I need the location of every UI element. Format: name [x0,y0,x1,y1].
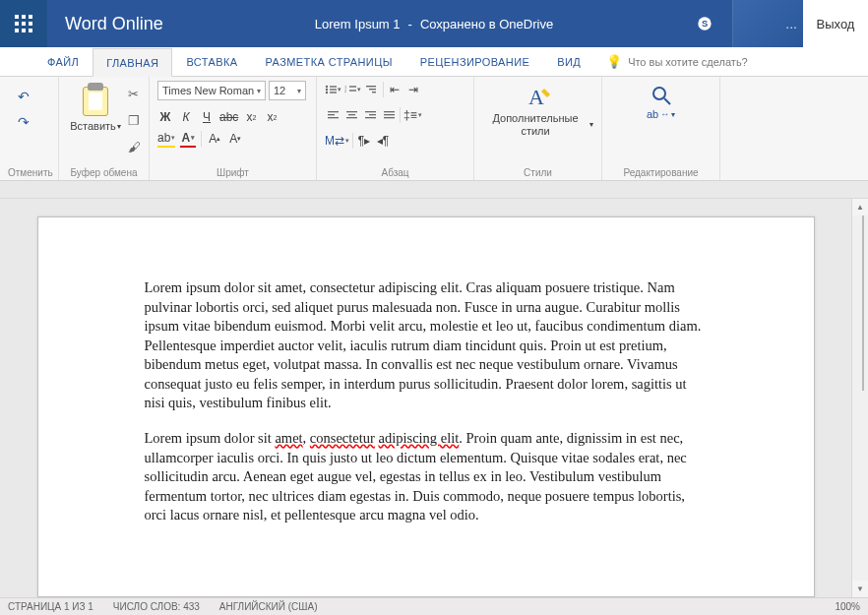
subscript-button[interactable]: x2 [243,108,259,126]
svg-rect-14 [330,89,337,90]
svg-rect-30 [365,111,376,112]
page-viewport[interactable]: Lorem ipsum dolor sit amet, consectetur … [0,199,851,597]
line-spacing-button[interactable]: ‡≡ [403,106,422,124]
bullets-button[interactable] [325,81,341,98]
bullets-icon [325,85,337,94]
svg-point-15 [326,92,328,93]
align-left-button[interactable] [325,106,341,124]
user-account-button[interactable]: ... [732,0,803,47]
multilevel-icon [366,85,378,94]
cut-button[interactable]: ✂ [128,87,141,101]
tab-file[interactable]: ФАЙЛ [33,47,93,76]
increase-indent-button[interactable]: ⇥ [405,81,421,98]
align-justify-icon [384,111,395,120]
align-left-icon [328,111,339,120]
svg-rect-0 [15,15,19,19]
decrease-indent-button[interactable]: ⇤ [387,81,403,98]
redo-button[interactable]: ↷ [18,114,30,130]
ribbon-group-undo: ↶ ↷ Отменить [0,77,59,180]
styles-button[interactable]: A Дополнительные стили ▾ [482,81,593,165]
skype-button[interactable]: S [697,16,732,31]
align-right-button[interactable] [362,106,378,124]
sign-out-button[interactable]: Выход [803,0,868,47]
status-word-count[interactable]: ЧИСЛО СЛОВ: 433 [113,601,200,612]
ribbon-group-label: Шрифт [157,165,308,178]
strike-button[interactable]: abc [219,108,238,126]
spelling-error[interactable]: amet [275,430,302,446]
ruler [0,181,868,199]
tab-home[interactable]: ГЛАВНАЯ [93,48,172,77]
svg-line-38 [664,98,670,104]
status-page-info[interactable]: СТРАНИЦА 1 ИЗ 1 [8,601,93,612]
svg-rect-29 [346,117,357,118]
format-painter-button[interactable]: 🖌 [128,140,141,154]
svg-rect-26 [328,117,339,118]
ribbon-group-label: Стили [482,165,593,178]
text-direction-button[interactable]: M⇄ [325,132,349,150]
ribbon: ↶ ↷ Отменить Вставить ▾ ✂ ❐ 🖌 Буфер обме… [0,77,868,181]
paste-button[interactable]: Вставить ▾ [67,81,124,132]
scroll-down-button[interactable]: ▼ [852,581,868,597]
align-justify-button[interactable] [381,106,397,124]
document-area: Lorem ipsum dolor sit amet, consectetur … [0,199,868,597]
svg-point-13 [326,89,328,91]
svg-rect-2 [29,15,32,19]
ltr-button[interactable]: ¶▸ [356,132,372,150]
tab-insert[interactable]: ВСТАВКА [172,47,251,76]
document-name[interactable]: Lorem Ipsum 1 [315,17,401,31]
underline-button[interactable]: Ч [199,108,215,126]
svg-rect-3 [15,22,19,26]
ribbon-group-font: Times New Roman▾ 12▾ Ж К Ч abc x2 x2 ab … [150,77,317,180]
numbering-button[interactable]: 12 [344,81,361,98]
spelling-error[interactable]: adipiscing elit [379,430,460,446]
rtl-button[interactable]: ◂¶ [375,132,391,150]
svg-rect-7 [22,29,26,32]
paragraph[interactable]: Lorem ipsum dolor sit amet, consectetur … [145,278,708,413]
tab-view[interactable]: ВИД [543,47,594,76]
highlight-color-button[interactable]: ab [157,130,175,148]
tab-review[interactable]: РЕЦЕНЗИРОВАНИЕ [406,47,543,76]
copy-button[interactable]: ❐ [128,113,141,128]
font-name-combo[interactable]: Times New Roman▾ [157,81,266,100]
undo-button[interactable]: ↶ [18,89,30,104]
svg-text:2: 2 [344,89,347,93]
spelling-error[interactable]: consectetur [310,430,375,446]
svg-rect-1 [22,15,26,19]
shrink-font-button[interactable]: A▾ [227,130,243,148]
skype-icon: S [697,16,713,31]
align-center-button[interactable] [343,106,359,124]
replace-button[interactable]: ab ↔ ▾ [647,108,675,120]
italic-button[interactable]: К [178,108,194,126]
superscript-button[interactable]: x2 [264,108,279,126]
grow-font-button[interactable]: A▴ [207,130,222,148]
tab-layout[interactable]: РАЗМЕТКА СТРАНИЦЫ [252,47,406,76]
status-language[interactable]: АНГЛИЙСКИЙ (США) [219,601,318,612]
font-size-combo[interactable]: 12▾ [269,81,306,100]
tell-me-placeholder: Что вы хотите сделать? [628,56,748,68]
paragraph[interactable]: Lorem ipsum dolor sit amet, consectetur … [145,429,708,525]
svg-rect-34 [384,114,395,115]
align-right-icon [365,111,376,120]
ribbon-group-label: Редактирование [610,165,712,178]
svg-rect-20 [349,90,356,91]
find-button[interactable] [651,85,672,106]
bold-button[interactable]: Ж [157,108,173,126]
multilevel-list-button[interactable] [364,81,380,98]
app-name: Word Online [47,14,181,34]
svg-rect-35 [384,117,395,118]
ribbon-group-styles: A Дополнительные стили ▾ Стили [474,77,602,180]
ribbon-group-clipboard: Вставить ▾ ✂ ❐ 🖌 Буфер обмена [59,77,150,180]
scroll-thumb[interactable] [862,215,864,391]
vertical-scrollbar[interactable]: ▲ ▼ [851,199,868,597]
page[interactable]: Lorem ipsum dolor sit amet, consectetur … [37,216,815,597]
font-color-button[interactable]: A [180,130,196,148]
statusbar: СТРАНИЦА 1 ИЗ 1 ЧИСЛО СЛОВ: 433 АНГЛИЙСК… [0,597,868,615]
tell-me-search[interactable]: 💡 Что вы хотите сделать? [594,47,748,76]
svg-rect-16 [330,92,337,92]
svg-rect-32 [365,117,376,118]
ribbon-group-label: Буфер обмена [67,165,141,178]
status-zoom[interactable]: 100% [835,601,860,612]
scroll-up-button[interactable]: ▲ [852,199,868,215]
ribbon-group-label: Абзац [325,165,465,178]
app-launcher-button[interactable] [0,0,47,47]
